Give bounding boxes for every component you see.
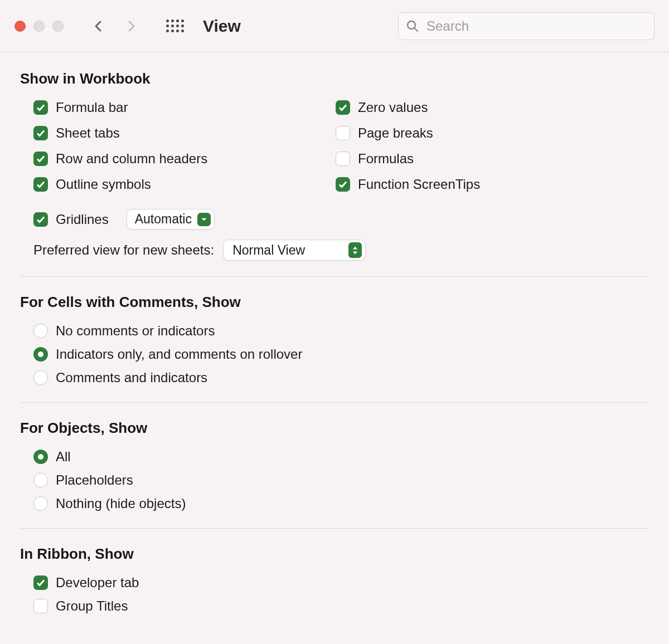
objects-nothing-label: Nothing (hide objects) [56, 496, 186, 511]
all-preferences-icon[interactable] [166, 19, 184, 33]
titlebar: View [0, 0, 669, 52]
section-objects: For Objects, Show All Placeholders Nothi… [20, 402, 649, 528]
close-window-button[interactable] [14, 21, 26, 32]
gridlines-row: Gridlines Automatic [33, 209, 336, 230]
minimize-window-button [33, 21, 45, 32]
zoom-window-button [52, 21, 64, 32]
page-breaks-row: Page breaks [336, 124, 649, 142]
objects-placeholders-label: Placeholders [56, 472, 133, 488]
back-button[interactable] [91, 19, 105, 33]
section-title: For Objects, Show [20, 419, 649, 437]
search-input[interactable] [398, 12, 655, 40]
gridlines-color-dropdown[interactable]: Automatic [127, 209, 215, 230]
objects-placeholders-radio[interactable] [33, 473, 48, 487]
sheet-tabs-label: Sheet tabs [56, 125, 120, 141]
preferred-view-select[interactable]: Normal View [223, 240, 366, 261]
section-title: For Cells with Comments, Show [20, 294, 649, 311]
objects-all-radio[interactable] [33, 450, 48, 464]
comments-rollover-radio[interactable] [33, 347, 48, 362]
section-comments: For Cells with Comments, Show No comment… [20, 276, 649, 402]
comments-rollover-row: Indicators only, and comments on rollove… [33, 345, 649, 363]
formula-bar-checkbox[interactable] [33, 100, 48, 115]
svg-line-1 [415, 28, 418, 31]
developer-tab-checkbox[interactable] [33, 575, 48, 590]
search-icon [406, 19, 419, 33]
preferred-view-label: Preferred view for new sheets: [33, 242, 214, 258]
content: Show in Workbook Formula bar Zero values… [0, 52, 669, 644]
preferred-view-row: Preferred view for new sheets: Normal Vi… [20, 240, 649, 261]
section-ribbon: In Ribbon, Show Developer tab Group Titl… [20, 528, 649, 631]
comments-none-label: No comments or indicators [56, 323, 215, 339]
group-titles-checkbox[interactable] [33, 599, 48, 613]
gridlines-color-value: Automatic [135, 212, 192, 227]
nav-arrows [91, 19, 138, 33]
sheet-tabs-checkbox[interactable] [33, 126, 48, 140]
gridlines-label: Gridlines [56, 212, 109, 227]
page-title: View [203, 17, 241, 36]
comments-both-label: Comments and indicators [56, 370, 207, 386]
comments-both-radio[interactable] [33, 370, 48, 385]
objects-placeholders-row: Placeholders [33, 471, 649, 489]
section-title: In Ribbon, Show [20, 545, 649, 563]
group-titles-label: Group Titles [56, 598, 128, 614]
developer-tab-label: Developer tab [56, 575, 139, 591]
page-breaks-checkbox[interactable] [336, 126, 350, 140]
search-wrap [398, 12, 655, 40]
section-show-in-workbook: Show in Workbook Formula bar Zero values… [20, 70, 649, 276]
gridlines-checkbox[interactable] [33, 212, 48, 227]
forward-button [125, 19, 138, 33]
formulas-checkbox[interactable] [336, 152, 350, 166]
developer-tab-row: Developer tab [33, 574, 649, 592]
function-tips-checkbox[interactable] [336, 177, 350, 192]
page-breaks-label: Page breaks [358, 125, 433, 141]
outline-symbols-checkbox[interactable] [33, 177, 48, 192]
comments-both-row: Comments and indicators [33, 369, 649, 387]
row-col-headers-label: Row and column headers [56, 151, 207, 167]
function-tips-label: Function ScreenTips [358, 177, 480, 192]
group-titles-row: Group Titles [33, 597, 649, 615]
zero-values-checkbox[interactable] [336, 100, 350, 115]
formula-bar-row: Formula bar [33, 99, 336, 116]
preferred-view-value: Normal View [232, 243, 344, 258]
comments-none-row: No comments or indicators [33, 322, 649, 340]
objects-all-label: All [56, 449, 71, 465]
formulas-row: Formulas [336, 150, 649, 168]
chevron-down-icon [197, 213, 211, 226]
objects-all-row: All [33, 448, 649, 466]
comments-none-radio[interactable] [33, 324, 48, 338]
objects-nothing-row: Nothing (hide objects) [33, 495, 649, 513]
select-stepper-icon [348, 242, 362, 258]
zero-values-row: Zero values [336, 99, 649, 116]
objects-nothing-radio[interactable] [33, 496, 48, 511]
row-col-headers-checkbox[interactable] [33, 152, 48, 166]
comments-rollover-label: Indicators only, and comments on rollove… [56, 347, 302, 362]
formulas-label: Formulas [358, 151, 414, 167]
outline-symbols-label: Outline symbols [56, 177, 151, 192]
outline-symbols-row: Outline symbols [33, 175, 336, 193]
window-controls [14, 21, 64, 32]
sheet-tabs-row: Sheet tabs [33, 124, 336, 142]
formula-bar-label: Formula bar [56, 100, 128, 115]
zero-values-label: Zero values [358, 100, 428, 115]
row-col-headers-row: Row and column headers [33, 150, 336, 168]
section-title: Show in Workbook [20, 70, 649, 87]
function-tips-row: Function ScreenTips [336, 175, 649, 193]
